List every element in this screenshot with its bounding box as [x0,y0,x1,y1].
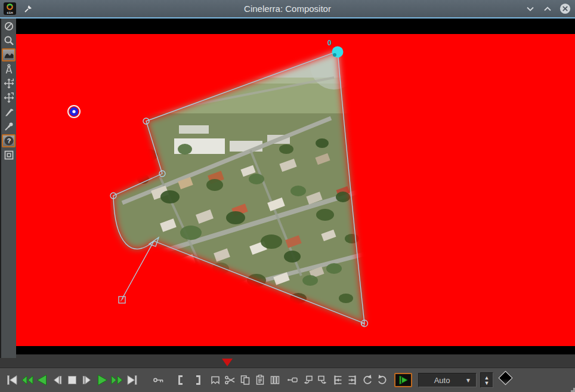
next-edit-button[interactable] [345,372,360,388]
redo-button[interactable] [375,372,389,388]
titlebar-controls [524,0,571,17]
get-color-button[interactable] [2,120,16,133]
frame-reverse-button[interactable] [50,372,64,388]
toggle-label-button[interactable] [267,372,282,388]
window-title: Cinelerra: Compositor [0,4,575,14]
stop-button[interactable] [64,372,79,388]
tool-sidebar: ? [0,18,16,358]
undo-button[interactable] [360,372,375,388]
shade-down-button[interactable] [524,2,537,16]
masked-video-layer [110,39,376,337]
paste-button[interactable] [252,372,267,388]
resize-grip[interactable] [571,388,575,392]
canvas-svg[interactable]: 0 [16,18,575,354]
titlebar[interactable]: cin Cinelerra: Compositor [0,0,575,17]
prev-label-button[interactable] [300,372,315,388]
prev-edit-button[interactable] [330,372,345,388]
ruler-button[interactable] [2,63,16,76]
shade-up-button[interactable] [541,2,554,16]
bottom-toolbar: Auto ▼▲▼ [0,368,575,392]
adjust-projector-button[interactable] [2,91,16,104]
dropdown-arrow-icon: ▼ [465,377,471,384]
timebar[interactable] [0,354,575,368]
protect-video-button[interactable] [2,20,16,33]
close-button[interactable] [558,2,571,16]
compositor-window: cin Cinelerra: Compositor ? [0,0,575,392]
fast-reverse-button[interactable] [20,372,35,388]
goto-end-button[interactable] [124,372,139,388]
projector-target[interactable] [68,106,80,118]
auto-keyframe-button[interactable] [151,372,166,388]
mask-point-0-notch [333,53,336,57]
fast-forward-button[interactable] [109,372,124,388]
app-logo-icon: cin [4,2,16,15]
adjust-camera-button[interactable] [2,77,16,90]
out-point-button[interactable] [189,372,204,388]
tool-info-button[interactable]: ? [2,134,16,147]
manual-goto-button[interactable] [285,372,300,388]
to-clip-button[interactable] [208,372,222,388]
zoom-view-button[interactable] [2,34,16,47]
keyframe-diamond-icon [498,371,512,385]
in-point-button[interactable] [174,372,189,388]
svg-text:?: ? [7,137,11,144]
play-reverse-button[interactable] [35,372,50,388]
safe-regions-button[interactable] [2,149,16,162]
tumbler-down-icon[interactable]: ▼ [484,381,490,385]
goto-start-button[interactable] [5,372,20,388]
value-tumbler[interactable]: ▲▼ [480,372,493,388]
cut-button[interactable] [222,372,237,388]
next-label-button[interactable] [315,372,330,388]
pin-icon[interactable] [21,2,35,16]
tumbler-up-icon[interactable]: ▲ [484,375,490,380]
play-every-frame-toggle[interactable] [394,373,412,387]
crop-tool-button[interactable] [2,106,16,119]
position-marker[interactable] [222,359,233,366]
play-forward-button[interactable] [94,372,109,388]
mask-tool-button[interactable] [2,48,16,61]
automation-dropdown[interactable]: Auto ▼ [418,373,477,387]
compositor-canvas[interactable]: 0 [16,18,575,354]
svg-text:cin: cin [7,11,13,15]
frame-forward-button[interactable] [79,372,94,388]
automation-dropdown-value: Auto [419,376,465,385]
mask-point-label: 0 [327,39,332,47]
copy-button[interactable] [237,372,252,388]
